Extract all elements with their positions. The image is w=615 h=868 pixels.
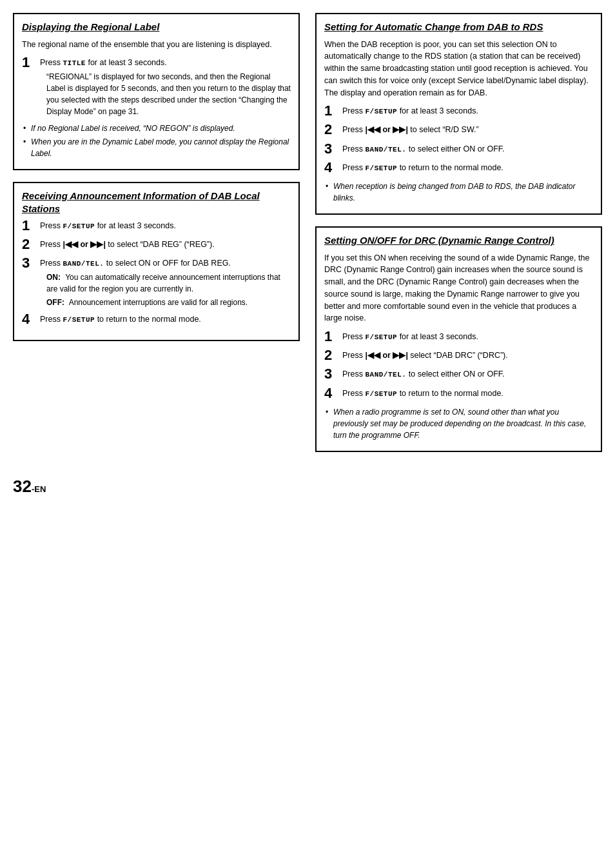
page-number: 32	[13, 477, 32, 496]
page-footer: 32-EN	[13, 477, 602, 497]
step-2-ann-after: to select “DAB REG” (“REG”).	[106, 240, 215, 249]
step-2-drc-key: |◀◀ or ▶▶|	[365, 351, 407, 360]
left-column: Displaying the Regional Label The region…	[13, 13, 300, 464]
section-drc: Setting ON/OFF for DRC (Dynamic Range Co…	[315, 226, 602, 452]
section-dab-rds: Setting for Automatic Change from DAB to…	[315, 13, 602, 215]
step-1-regional: 1 Press TITLE for at least 3 seconds. “R…	[22, 57, 291, 117]
step-3-rds: 3 Press BAND/TEL. to select either ON or…	[324, 143, 593, 157]
step-3-off: OFF: Announcement interruptions are vali…	[46, 297, 291, 308]
step-1-ann-before: Press	[40, 221, 63, 230]
step-number-4-drc: 4	[324, 386, 342, 401]
section-announcement-title: Receiving Announcement Information of DA…	[22, 190, 291, 215]
step-1-rds-key: F/SETUP	[365, 108, 397, 115]
step-number-3-rds: 3	[324, 141, 342, 157]
step-1-rds-after: for at least 3 seconds.	[397, 106, 478, 115]
step-3-ann-content: Press BAND/TEL. to select ON or OFF for …	[40, 257, 291, 308]
step-4-rds-before: Press	[342, 163, 365, 172]
section-dab-rds-title: Setting for Automatic Change from DAB to…	[324, 21, 593, 34]
section-drc-title: Setting ON/OFF for DRC (Dynamic Range Co…	[324, 234, 593, 247]
step-4-ann-key: F/SETUP	[63, 316, 95, 324]
drc-bullets: When a radio programme is set to ON, sou…	[324, 406, 593, 441]
step-2-drc-before: Press	[342, 351, 365, 360]
step-1-rds-content: Press F/SETUP for at least 3 seconds.	[342, 105, 593, 117]
step-3-rds-before: Press	[342, 144, 365, 153]
step-1-announcement: 1 Press F/SETUP for at least 3 seconds.	[22, 220, 291, 233]
step-2-rds-content: Press |◀◀ or ▶▶| to select “R/D SW.”	[342, 124, 593, 136]
regional-label-bullets: If no Regional Label is received, “NO RE…	[22, 123, 291, 159]
step-2-rds: 2 Press |◀◀ or ▶▶| to select “R/D SW.”	[324, 124, 593, 137]
step-3-drc-content: Press BAND/TEL. to select either ON or O…	[342, 368, 593, 380]
step-number-2-drc: 2	[324, 348, 342, 363]
step-2-ann-content: Press |◀◀ or ▶▶| to select “DAB REG” (“R…	[40, 239, 291, 251]
step-1-text-after: for at least 3 seconds.	[86, 58, 167, 67]
step-4-ann-before: Press	[40, 315, 63, 324]
step-2-drc-after: select “DAB DRC” (“DRC”).	[408, 351, 508, 360]
right-column: Setting for Automatic Change from DAB to…	[315, 13, 602, 464]
step-4-announcement: 4 Press F/SETUP to return to the normal …	[22, 313, 291, 327]
step-1-drc-after: for at least 3 seconds.	[397, 332, 478, 341]
step-number-4-rds: 4	[324, 160, 342, 175]
section-regional-label-intro: The regional name of the ensemble that y…	[22, 39, 291, 51]
step-1-sub: “REGIONAL” is displayed for two seconds,…	[46, 71, 291, 117]
step-2-drc-content: Press |◀◀ or ▶▶| select “DAB DRC” (“DRC”…	[342, 350, 593, 362]
step-2-rds-key: |◀◀ or ▶▶|	[365, 125, 407, 134]
step-number-1-drc: 1	[324, 329, 342, 344]
step-2-rds-after: to select “R/D SW.”	[408, 125, 479, 134]
step-2-drc: 2 Press |◀◀ or ▶▶| select “DAB DRC” (“DR…	[324, 350, 593, 363]
page-container: Displaying the Regional Label The region…	[13, 13, 602, 464]
step-1-rds: 1 Press F/SETUP for at least 3 seconds.	[324, 105, 593, 119]
step-3-on: ON: You can automatically receive announ…	[46, 271, 291, 295]
step-3-ann-key: BAND/TEL.	[63, 260, 104, 268]
step-number-1: 1	[22, 55, 40, 70]
step-number-1-ann: 1	[22, 218, 40, 233]
step-3-drc-after: to select either ON or OFF.	[406, 370, 504, 379]
step-1-ann-content: Press F/SETUP for at least 3 seconds.	[40, 220, 291, 232]
step-2-ann-before: Press	[40, 240, 63, 249]
step-4-rds: 4 Press F/SETUP to return to the normal …	[324, 162, 593, 175]
step-number-3-drc: 3	[324, 366, 342, 382]
section-regional-label: Displaying the Regional Label The region…	[13, 13, 300, 170]
drc-bullet-1: When a radio programme is set to ON, sou…	[324, 406, 593, 441]
step-3-rds-after: to select either ON or OFF.	[406, 144, 504, 153]
step-1-key: TITLE	[63, 59, 86, 67]
rds-bullets: When reception is being changed from DAB…	[324, 181, 593, 204]
step-1-text-before: Press	[40, 58, 63, 67]
step-3-announcement: 3 Press BAND/TEL. to select ON or OFF fo…	[22, 257, 291, 308]
step-1-drc: 1 Press F/SETUP for at least 3 seconds.	[324, 331, 593, 344]
step-4-rds-content: Press F/SETUP to return to the normal mo…	[342, 162, 593, 174]
step-1-rds-before: Press	[342, 106, 365, 115]
step-number-2-ann: 2	[22, 237, 40, 252]
bullet-2: When you are in the Dynamic Label mode, …	[22, 136, 291, 159]
step-1-ann-key: F/SETUP	[63, 222, 95, 230]
step-3-drc-before: Press	[342, 370, 365, 379]
section-regional-label-title: Displaying the Regional Label	[22, 21, 291, 34]
step-3-rds-key: BAND/TEL.	[365, 146, 406, 153]
step-4-ann-content: Press F/SETUP to return to the normal mo…	[40, 313, 291, 326]
step-4-drc-key: F/SETUP	[365, 390, 397, 398]
step-4-drc: 4 Press F/SETUP to return to the normal …	[324, 388, 593, 401]
rds-bullet-1: When reception is being changed from DAB…	[324, 181, 593, 204]
step-number-4-ann: 4	[22, 311, 40, 327]
step-4-rds-after: to return to the normal mode.	[397, 163, 503, 172]
step-3-ann-after: to select ON or OFF for DAB REG.	[104, 259, 231, 268]
step-3-drc-key: BAND/TEL.	[365, 371, 406, 379]
step-2-announcement: 2 Press |◀◀ or ▶▶| to select “DAB REG” (…	[22, 239, 291, 252]
step-4-drc-after: to return to the normal mode.	[397, 389, 503, 398]
step-3-rds-content: Press BAND/TEL. to select either ON or O…	[342, 143, 593, 155]
step-1-drc-key: F/SETUP	[365, 333, 397, 341]
step-1-drc-content: Press F/SETUP for at least 3 seconds.	[342, 331, 593, 343]
bullet-1: If no Regional Label is received, “NO RE…	[22, 123, 291, 134]
section-drc-intro: If you set this ON when receiving the so…	[324, 252, 593, 325]
step-1-content: Press TITLE for at least 3 seconds. “REG…	[40, 57, 291, 117]
step-4-drc-content: Press F/SETUP to return to the normal mo…	[342, 388, 593, 400]
step-4-rds-key: F/SETUP	[365, 164, 397, 172]
page-suffix: -EN	[32, 484, 46, 494]
step-3-drc: 3 Press BAND/TEL. to select either ON or…	[324, 368, 593, 382]
step-4-drc-before: Press	[342, 389, 365, 398]
step-2-ann-key: |◀◀ or ▶▶|	[63, 240, 105, 249]
step-4-ann-after: to return to the normal mode.	[95, 315, 201, 324]
step-2-rds-before: Press	[342, 125, 365, 134]
step-1-drc-before: Press	[342, 332, 365, 341]
section-announcement: Receiving Announcement Information of DA…	[13, 182, 300, 341]
step-1-ann-after: for at least 3 seconds.	[95, 221, 176, 230]
